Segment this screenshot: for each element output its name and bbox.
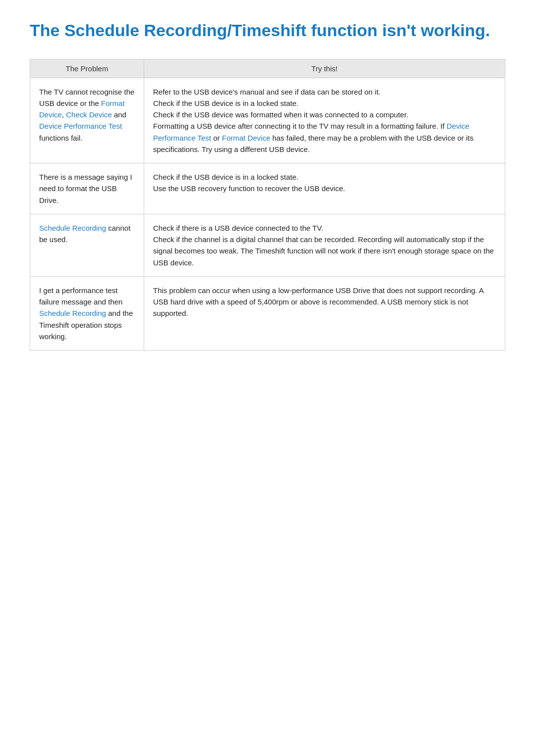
table-row: There is a message saying I need to form… xyxy=(30,163,505,214)
table-cell-problem: The TV cannot recognise the USB device o… xyxy=(30,78,144,163)
table-header-solution: Try this! xyxy=(144,59,505,78)
table-header-problem: The Problem xyxy=(30,59,144,78)
inline-link[interactable]: Check Device xyxy=(66,110,112,119)
table-cell-solution: Check if there is a USB device connected… xyxy=(144,214,505,276)
table-cell-problem: I get a performance test failure message… xyxy=(30,276,144,350)
page-title: The Schedule Recording/Timeshift functio… xyxy=(30,20,505,41)
table-row: Schedule Recording cannot be used.Check … xyxy=(30,214,505,276)
troubleshoot-table: The Problem Try this! The TV cannot reco… xyxy=(30,59,505,351)
inline-link[interactable]: Schedule Recording xyxy=(39,224,106,232)
table-cell-problem: There is a message saying I need to form… xyxy=(30,163,144,214)
inline-link[interactable]: Device Performance Test xyxy=(153,122,469,142)
table-cell-solution: Check if the USB device is in a locked s… xyxy=(144,163,505,214)
table-row: I get a performance test failure message… xyxy=(30,276,505,350)
inline-link[interactable]: Schedule Recording xyxy=(39,309,106,317)
inline-link[interactable]: Format Device xyxy=(222,134,270,142)
table-row: The TV cannot recognise the USB device o… xyxy=(30,78,505,163)
table-cell-problem: Schedule Recording cannot be used. xyxy=(30,214,144,276)
table-cell-solution: Refer to the USB device's manual and see… xyxy=(144,78,505,163)
table-cell-solution: This problem can occur when using a low-… xyxy=(144,276,505,350)
inline-link[interactable]: Device Performance Test xyxy=(39,122,122,130)
